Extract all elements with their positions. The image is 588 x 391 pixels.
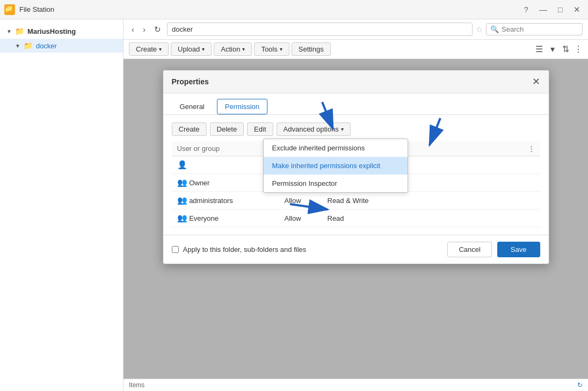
group-icon: 👥 — [177, 178, 187, 187]
file-list-area: Properties ✕ General Permission Create — [124, 59, 588, 379]
apply-checkbox[interactable] — [172, 246, 179, 253]
create-button[interactable]: Create ▾ — [129, 42, 169, 56]
perm-delete-button[interactable]: Delete — [210, 122, 244, 136]
perm-edit-button[interactable]: Edit — [247, 122, 273, 136]
title-bar: 📁 File Station ? — □ ✕ — [0, 0, 588, 19]
permission-inspector-item[interactable]: Permission Inspector — [264, 175, 408, 192]
perm-delete-label: Delete — [217, 125, 237, 133]
content-area: ‹ › ↻ ☆ 🔍 Create ▾ Upload ▾ Action ▾ — [124, 19, 588, 391]
apply-checkbox-text: Apply to this folder, sub-folders and fi… — [183, 245, 307, 254]
exclude-inherited-label: Exclude inherited permissions — [272, 144, 365, 152]
action-label: Action — [221, 45, 240, 53]
advanced-options-button[interactable]: Advanced options ▾ — [277, 122, 351, 136]
tools-dropdown-icon: ▾ — [280, 46, 282, 52]
view-options-button[interactable]: ▾ — [548, 43, 557, 55]
dialog-header: Properties ✕ — [163, 70, 549, 93]
search-icon: 🔍 — [490, 25, 499, 33]
action-dropdown-icon: ▾ — [242, 46, 245, 52]
window-controls: ? — □ ✕ — [521, 4, 584, 16]
action-bar: Create ▾ Upload ▾ Action ▾ Tools ▾ Setti… — [124, 40, 588, 59]
forward-button[interactable]: › — [140, 23, 148, 35]
tab-permission[interactable]: Permission — [217, 99, 267, 114]
table-row: 👥 Everyone Allow Read — [172, 209, 540, 227]
user-icon: 👤 — [177, 160, 187, 169]
dialog-tabs: General Permission — [163, 93, 549, 115]
group-icon: 👥 — [177, 196, 187, 205]
status-items-text: Items — [129, 381, 144, 389]
upload-button[interactable]: Upload ▾ — [171, 42, 212, 56]
sort-button[interactable]: ⇅ — [560, 43, 572, 55]
help-button[interactable]: ? — [521, 4, 532, 15]
advanced-options-dropdown: Exclude inherited permissions Make inher… — [263, 139, 408, 193]
item-folder-icon: 📁 — [24, 41, 33, 50]
close-button[interactable]: ✕ — [570, 4, 584, 16]
status-bar: Items ↻ — [124, 379, 588, 391]
permission-inspector-label: Permission Inspector — [272, 179, 337, 187]
make-explicit-item[interactable]: Make inherited permissions explicit — [264, 157, 408, 175]
tools-label: Tools — [261, 45, 277, 53]
permission-toolbar: Create Delete Edit Advanced options ▾ — [172, 122, 540, 136]
title-bar-left: 📁 File Station — [4, 4, 54, 15]
settings-button[interactable]: Settings — [292, 42, 331, 56]
status-refresh-icon[interactable]: ↻ — [577, 381, 583, 389]
make-explicit-label: Make inherited permissions explicit — [272, 162, 381, 170]
tab-general[interactable]: General — [172, 99, 213, 114]
sidebar-item-label: docker — [36, 42, 57, 50]
row2-usergroup: administrators — [189, 197, 233, 205]
collapse-icon: ▼ — [6, 28, 12, 34]
search-input[interactable] — [502, 25, 571, 33]
minimize-button[interactable]: — — [536, 4, 550, 15]
row1-usergroup: Owner — [189, 179, 209, 187]
nav-bar: ‹ › ↻ ☆ 🔍 — [124, 19, 588, 40]
upload-dropdown-icon: ▾ — [202, 46, 205, 52]
row3-type: Allow — [279, 209, 322, 227]
status-right: ↻ — [577, 381, 583, 389]
settings-label: Settings — [299, 45, 324, 53]
main-layout: ▼ 📁 MariusHosting ▼ 📁 docker ‹ › ↻ ☆ 🔍 — [0, 19, 588, 391]
footer-actions: Cancel Save — [447, 242, 540, 257]
perm-edit-label: Edit — [254, 125, 266, 133]
row2-type: Allow — [279, 192, 322, 209]
advanced-options-label: Advanced options — [284, 125, 339, 133]
sidebar: ▼ 📁 MariusHosting ▼ 📁 docker — [0, 19, 124, 391]
sidebar-group-header[interactable]: ▼ 📁 MariusHosting — [0, 24, 123, 39]
tools-button[interactable]: Tools ▾ — [254, 42, 289, 56]
row2-permission: Read & Write — [322, 192, 522, 209]
address-bar[interactable] — [167, 23, 473, 36]
perm-create-button[interactable]: Create — [172, 122, 207, 136]
upload-label: Upload — [178, 45, 200, 53]
dialog-title: Properties — [172, 77, 209, 86]
row3-permission: Read — [322, 209, 522, 227]
search-box: 🔍 — [486, 23, 583, 35]
apply-checkbox-label: Apply to this folder, sub-folders and fi… — [172, 245, 307, 254]
app-icon: 📁 — [4, 4, 15, 15]
create-label: Create — [136, 45, 157, 53]
back-button[interactable]: ‹ — [129, 23, 137, 35]
favorite-button[interactable]: ☆ — [476, 25, 483, 34]
col-header-more: ⋮ — [522, 141, 540, 156]
app-title: File Station — [19, 5, 54, 13]
maximize-button[interactable]: □ — [555, 4, 566, 15]
table-row: 👥 administrators Allow Read & Write — [172, 192, 540, 209]
view-controls: ☰ ▾ ⇅ ⋮ — [533, 43, 583, 55]
perm-create-label: Create — [179, 125, 200, 133]
more-menu-button[interactable]: ⋮ — [574, 44, 583, 54]
properties-dialog: Properties ✕ General Permission Create — [163, 70, 549, 264]
row3-usergroup: Everyone — [189, 214, 219, 222]
sidebar-item-docker[interactable]: ▼ 📁 docker — [0, 39, 123, 53]
sidebar-group-label: MariusHosting — [27, 27, 76, 35]
action-button[interactable]: Action ▾ — [214, 42, 252, 56]
dialog-footer: Apply to this folder, sub-folders and fi… — [163, 235, 549, 264]
create-dropdown-icon: ▾ — [159, 46, 162, 52]
list-view-button[interactable]: ☰ — [533, 43, 546, 55]
item-triangle-icon: ▼ — [15, 43, 20, 49]
exclude-inherited-item[interactable]: Exclude inherited permissions — [264, 139, 408, 157]
dialog-content: Create Delete Edit Advanced options ▾ — [163, 115, 549, 235]
sidebar-group: ▼ 📁 MariusHosting ▼ 📁 docker — [0, 19, 123, 57]
refresh-nav-button[interactable]: ↻ — [151, 23, 164, 36]
group-icon: 👥 — [177, 213, 187, 222]
save-button[interactable]: Save — [497, 242, 540, 257]
cancel-button[interactable]: Cancel — [447, 242, 491, 257]
group-folder-icon: 📁 — [15, 27, 24, 35]
dialog-close-button[interactable]: ✕ — [532, 76, 540, 88]
